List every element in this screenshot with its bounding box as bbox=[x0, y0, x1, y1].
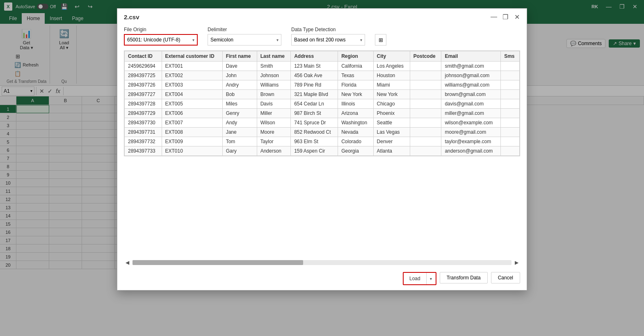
table-cell-r4-c7 bbox=[410, 99, 441, 109]
table-cell-r6-c5: Washington bbox=[338, 118, 373, 128]
table-body: 2459629694EXT001DaveSmith123 Main StCali… bbox=[125, 62, 520, 156]
table-header-row: Contact IDExternal customer IDFirst name… bbox=[125, 51, 520, 62]
delimiter-value: Semicolon bbox=[210, 37, 233, 43]
table-row[interactable]: 2894397731EXT008JaneMoore852 Redwood CtN… bbox=[125, 128, 520, 137]
table-cell-r9-c3: Anderson bbox=[257, 146, 291, 156]
table-row[interactable]: 2894397732EXT009TomTaylor963 Elm StColor… bbox=[125, 137, 520, 146]
file-origin-label: File Origin bbox=[124, 27, 198, 32]
table-cell-r8-c4: 963 Elm St bbox=[291, 137, 338, 146]
table-cell-r4-c0: 2894397728 bbox=[125, 99, 162, 109]
table-cell-r3-c4: 321 Maple Blvd bbox=[291, 90, 338, 99]
table-row[interactable]: 2894397725EXT002JohnJohnson456 Oak AveTe… bbox=[125, 71, 520, 80]
table-cell-r7-c3: Moore bbox=[257, 128, 291, 137]
table-cell-r3-c7 bbox=[410, 90, 441, 99]
col-header-region: Region bbox=[338, 51, 373, 62]
table-row[interactable]: 2894397727EXT004BobBrown321 Maple BlvdNe… bbox=[125, 90, 520, 99]
table-cell-r3-c0: 2894397727 bbox=[125, 90, 162, 99]
table-row[interactable]: 2894397729EXT006GenryMiller987 Birch StA… bbox=[125, 109, 520, 118]
table-cell-r1-c6: Houston bbox=[373, 71, 410, 80]
table-cell-r3-c9 bbox=[501, 90, 520, 99]
dialog-scrollbar: ◀ ▶ bbox=[117, 258, 527, 267]
file-origin-select[interactable]: 65001: Unicode (UTF-8) ▾ bbox=[124, 34, 198, 46]
dialog-icon-btn[interactable]: ⊞ bbox=[375, 34, 386, 46]
col-header-last-name: Last name bbox=[257, 51, 291, 62]
table-row[interactable]: 2459629694EXT001DaveSmith123 Main StCali… bbox=[125, 62, 520, 71]
table-cell-r8-c2: Tom bbox=[222, 137, 257, 146]
excel-app: X AutoSave Off 💾 ↩ ↪ 2.csv - Excel RK — … bbox=[0, 0, 644, 336]
table-row[interactable]: 2894397726EXT003AndryWilliams789 Pine Rd… bbox=[125, 80, 520, 90]
modal-overlay: 2.csv — ❐ ✕ File Origin 65001: Unicode (… bbox=[0, 0, 644, 336]
table-cell-r2-c0: 2894397726 bbox=[125, 80, 162, 90]
dialog-window-controls: — ❐ ✕ bbox=[489, 12, 522, 22]
table-cell-r5-c7 bbox=[410, 109, 441, 118]
table-cell-r0-c4: 123 Main St bbox=[291, 62, 338, 71]
table-cell-r9-c4: 159 Aspen Cir bbox=[291, 146, 338, 156]
file-origin-arrow: ▾ bbox=[192, 38, 194, 42]
table-cell-r8-c9 bbox=[501, 137, 520, 146]
table-cell-r2-c3: Williams bbox=[257, 80, 291, 90]
table-cell-r1-c2: John bbox=[222, 71, 257, 80]
col-header-sms: Sms bbox=[501, 51, 520, 62]
col-header-email: Email bbox=[441, 51, 501, 62]
table-cell-r3-c6: New York bbox=[373, 90, 410, 99]
dialog-restore-btn[interactable]: ❐ bbox=[500, 12, 510, 22]
dialog-title: 2.csv bbox=[124, 14, 139, 21]
col-header-address: Address bbox=[291, 51, 338, 62]
dialog-close-btn[interactable]: ✕ bbox=[512, 12, 522, 22]
table-header: Contact IDExternal customer IDFirst name… bbox=[125, 51, 520, 62]
table-cell-r5-c9 bbox=[501, 109, 520, 118]
table-cell-r4-c9 bbox=[501, 99, 520, 109]
table-cell-r0-c0: 2459629694 bbox=[125, 62, 162, 71]
table-cell-r6-c9 bbox=[501, 118, 520, 128]
table-cell-r7-c0: 2894397731 bbox=[125, 128, 162, 137]
table-cell-r9-c6: Atlanta bbox=[373, 146, 410, 156]
table-cell-r0-c6: Los Angeles bbox=[373, 62, 410, 71]
table-row[interactable]: 2894397733EXT010GaryAnderson159 Aspen Ci… bbox=[125, 146, 520, 156]
table-row[interactable]: 2894397728EXT005MilesDavis654 Cedar LnIl… bbox=[125, 99, 520, 109]
table-cell-r5-c6: Phoenix bbox=[373, 109, 410, 118]
dialog-minimize-btn[interactable]: — bbox=[489, 12, 499, 22]
table-row[interactable]: 2894397730EXT007AndyWilson741 Spruce DrW… bbox=[125, 118, 520, 128]
table-cell-r4-c1: EXT005 bbox=[162, 99, 222, 109]
table-cell-r6-c7 bbox=[410, 118, 441, 128]
table-cell-r6-c1: EXT007 bbox=[162, 118, 222, 128]
table-cell-r3-c8: brown@gmail.com bbox=[441, 90, 501, 99]
table-cell-r7-c4: 852 Redwood Ct bbox=[291, 128, 338, 137]
table-cell-r1-c9 bbox=[501, 71, 520, 80]
table-cell-r1-c0: 2894397725 bbox=[125, 71, 162, 80]
scroll-right-btn[interactable]: ▶ bbox=[513, 260, 520, 265]
transform-data-button[interactable]: Transform Data bbox=[440, 272, 488, 283]
table-cell-r7-c9 bbox=[501, 128, 520, 137]
delimiter-group: Delimiter Semicolon ▾ bbox=[208, 27, 281, 46]
table-cell-r7-c5: Nevada bbox=[338, 128, 373, 137]
delimiter-select[interactable]: Semicolon ▾ bbox=[208, 34, 281, 46]
table-cell-r0-c7 bbox=[410, 62, 441, 71]
table-cell-r7-c6: Las Vegas bbox=[373, 128, 410, 137]
cancel-button[interactable]: Cancel bbox=[491, 272, 520, 283]
scroll-left-btn[interactable]: ◀ bbox=[124, 260, 131, 265]
load-dropdown-arrow[interactable]: ▾ bbox=[427, 273, 436, 284]
table-cell-r3-c1: EXT004 bbox=[162, 90, 222, 99]
table-cell-r0-c9 bbox=[501, 62, 520, 71]
table-cell-r4-c8: davis@gmail.com bbox=[441, 99, 501, 109]
dialog-footer: Load ▾ Transform Data Cancel bbox=[117, 267, 527, 290]
table-cell-r3-c5: New York bbox=[338, 90, 373, 99]
load-button[interactable]: Load bbox=[404, 273, 427, 284]
col-header-external-customer-id: External customer ID bbox=[162, 51, 222, 62]
table-cell-r0-c8: smith@gmail.com bbox=[441, 62, 501, 71]
table-cell-r5-c0: 2894397729 bbox=[125, 109, 162, 118]
col-header-first-name: First name bbox=[222, 51, 257, 62]
data-type-select[interactable]: Based on first 200 rows ▾ bbox=[291, 34, 365, 46]
table-cell-r4-c4: 654 Cedar Ln bbox=[291, 99, 338, 109]
table-cell-r0-c3: Smith bbox=[257, 62, 291, 71]
scroll-track[interactable] bbox=[132, 260, 512, 265]
data-table: Contact IDExternal customer IDFirst name… bbox=[124, 50, 520, 156]
table-cell-r5-c3: Miller bbox=[257, 109, 291, 118]
file-origin-group: File Origin 65001: Unicode (UTF-8) ▾ bbox=[124, 27, 198, 46]
dialog-titlebar: 2.csv — ❐ ✕ bbox=[117, 9, 527, 22]
col-header-city: City bbox=[373, 51, 410, 62]
table-cell-r3-c3: Brown bbox=[257, 90, 291, 99]
table-cell-r2-c8: williams@gmail.com bbox=[441, 80, 501, 90]
table-cell-r7-c1: EXT008 bbox=[162, 128, 222, 137]
file-origin-value: 65001: Unicode (UTF-8) bbox=[127, 37, 180, 43]
